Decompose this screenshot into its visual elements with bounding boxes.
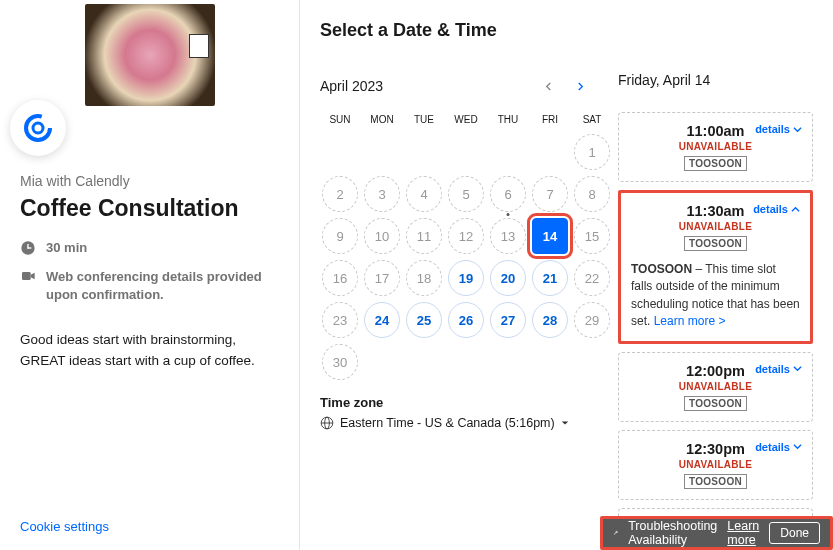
time-slot[interactable]: 12:00pm details UNAVAILABLE TOOSOON <box>618 352 813 422</box>
dow-header: THU <box>488 110 528 129</box>
chevron-up-icon <box>791 205 800 214</box>
clock-icon <box>20 240 36 256</box>
calendar-day-available[interactable]: 26 <box>448 302 484 338</box>
calendar-day[interactable]: 16 <box>322 260 358 296</box>
prev-month-button[interactable] <box>534 72 562 100</box>
slot-reason-badge: TOOSOON <box>684 474 747 489</box>
learn-more-link[interactable]: Learn more > <box>654 314 726 328</box>
event-title: Coffee Consultation <box>20 195 279 222</box>
calendar-day-available[interactable]: 19 <box>448 260 484 296</box>
calendar-day[interactable]: 29 <box>574 302 610 338</box>
calendar-day[interactable]: 17 <box>364 260 400 296</box>
troubleshoot-footer: Troubleshooting Availability Learn more … <box>600 516 833 550</box>
dow-header: MON <box>362 110 402 129</box>
footer-text: Troubleshooting Availability <box>628 519 717 547</box>
slot-status: UNAVAILABLE <box>631 221 800 232</box>
calendar-day[interactable]: 12 <box>448 218 484 254</box>
timezone-value: Eastern Time - US & Canada (5:16pm) <box>340 416 555 430</box>
calendar-day-available[interactable]: 28 <box>532 302 568 338</box>
caret-down-icon <box>561 419 569 427</box>
calendar-day[interactable]: 5 <box>448 176 484 212</box>
calendar-day[interactable]: 11 <box>406 218 442 254</box>
calendar-day[interactable]: 2 <box>322 176 358 212</box>
done-button[interactable]: Done <box>769 522 820 544</box>
calendar-day-available[interactable]: 20 <box>490 260 526 296</box>
next-month-button[interactable] <box>566 72 594 100</box>
slot-details-toggle[interactable]: details <box>753 203 800 215</box>
slot-time: 11:00am <box>686 123 744 139</box>
time-slot-expanded[interactable]: 11:30am details UNAVAILABLE TOOSOON TOOS… <box>618 190 813 344</box>
calendar-day[interactable]: 23 <box>322 302 358 338</box>
slot-status: UNAVAILABLE <box>629 459 802 470</box>
location-row: Web conferencing details provided upon c… <box>20 268 279 304</box>
calendar-day[interactable]: 7 <box>532 176 568 212</box>
event-hero-image <box>85 4 215 106</box>
calendar-day-available[interactable]: 25 <box>406 302 442 338</box>
chevron-left-icon <box>544 82 553 91</box>
duration-text: 30 min <box>46 240 87 255</box>
timezone-label: Time zone <box>320 395 600 410</box>
dow-header: TUE <box>404 110 444 129</box>
chevron-down-icon <box>793 364 802 373</box>
slot-details-toggle[interactable]: details <box>755 363 802 375</box>
chevron-down-icon <box>793 125 802 134</box>
cookie-settings-link[interactable]: Cookie settings <box>20 519 109 534</box>
slot-explanation: TOOSOON – This time slot falls outside o… <box>631 261 800 331</box>
globe-icon <box>320 416 334 430</box>
location-text: Web conferencing details provided upon c… <box>46 268 279 304</box>
calendar-day[interactable]: 22 <box>574 260 610 296</box>
slot-reason-badge: TOOSOON <box>684 156 747 171</box>
slot-time: 12:00pm <box>686 363 745 379</box>
selected-date-label: Friday, April 14 <box>618 72 813 88</box>
calendar-day-selected[interactable]: 14 <box>532 218 568 254</box>
video-icon <box>20 268 36 284</box>
slot-details-toggle[interactable]: details <box>755 123 802 135</box>
chevron-down-icon <box>793 442 802 451</box>
time-slot[interactable]: 12:30pm details UNAVAILABLE TOOSOON <box>618 430 813 500</box>
calendar-day[interactable]: 10 <box>364 218 400 254</box>
slot-status: UNAVAILABLE <box>629 141 802 152</box>
slot-time: 12:30pm <box>686 441 745 457</box>
svg-rect-4 <box>27 247 31 248</box>
svg-point-1 <box>33 123 43 133</box>
calendar-day-available[interactable]: 27 <box>490 302 526 338</box>
calendar-day[interactable]: 30 <box>322 344 358 380</box>
chevron-right-icon <box>576 82 585 91</box>
calendar-day-available[interactable]: 24 <box>364 302 400 338</box>
wrench-icon <box>613 525 618 541</box>
calendar-day[interactable]: 6 <box>490 176 526 212</box>
left-panel: Mia with Calendly Coffee Consultation 30… <box>0 0 300 550</box>
dow-header: FRI <box>530 110 570 129</box>
time-slots-column: Friday, April 14 11:00am details UNAVAIL… <box>600 20 833 550</box>
dow-header: WED <box>446 110 486 129</box>
event-description: Good ideas start with brainstorming, GRE… <box>20 330 279 371</box>
calendar-day[interactable]: 3 <box>364 176 400 212</box>
host-name: Mia with Calendly <box>20 173 279 189</box>
slot-reason-badge: TOOSOON <box>684 236 747 251</box>
dow-header: SUN <box>320 110 360 129</box>
duration-row: 30 min <box>20 240 279 256</box>
page-heading: Select a Date & Time <box>320 20 497 41</box>
calendly-icon <box>22 112 54 144</box>
slot-status: UNAVAILABLE <box>629 381 802 392</box>
calendar-day[interactable]: 4 <box>406 176 442 212</box>
slot-reason-badge: TOOSOON <box>684 396 747 411</box>
calendar-day[interactable]: 15 <box>574 218 610 254</box>
slot-time: 11:30am <box>686 203 744 219</box>
svg-rect-5 <box>22 272 31 280</box>
calendar-grid: SUN MON TUE WED THU FRI SAT 1 2 3 4 5 6 … <box>320 110 600 381</box>
calendar-day[interactable]: 18 <box>406 260 442 296</box>
time-slot[interactable]: 11:00am details UNAVAILABLE TOOSOON <box>618 112 813 182</box>
right-panel: Select a Date & Time April 2023 SUN MON … <box>300 0 833 550</box>
svg-point-0 <box>26 116 50 140</box>
footer-learn-more-link[interactable]: Learn more <box>727 519 759 547</box>
calendar-day[interactable]: 1 <box>574 134 610 170</box>
timezone-selector[interactable]: Eastern Time - US & Canada (5:16pm) <box>320 416 600 430</box>
slot-details-toggle[interactable]: details <box>755 441 802 453</box>
calendar-day[interactable]: 9 <box>322 218 358 254</box>
calendar-month-label: April 2023 <box>320 78 383 94</box>
calendar-day-available[interactable]: 21 <box>532 260 568 296</box>
calendar-day[interactable]: 13 <box>490 218 526 254</box>
calendar-day[interactable]: 8 <box>574 176 610 212</box>
calendar-column: April 2023 SUN MON TUE WED THU FRI SAT 1… <box>300 20 600 550</box>
